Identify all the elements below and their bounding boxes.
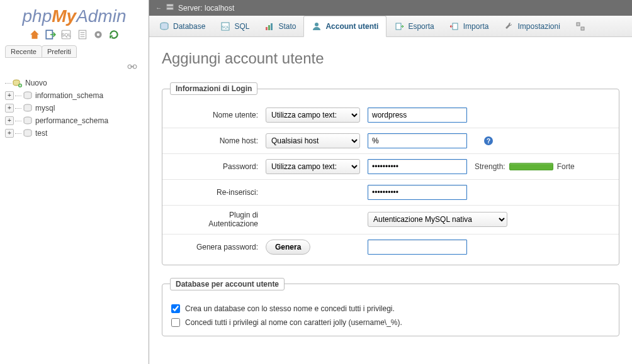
- doc-icon[interactable]: [77, 29, 88, 40]
- tree-item-label: mysql: [35, 104, 55, 113]
- server-label[interactable]: Server: localhost: [178, 4, 234, 13]
- tree-item-db[interactable]: + mysql: [5, 102, 149, 114]
- nav-icons: SQL: [0, 28, 149, 44]
- users-icon: [312, 21, 322, 31]
- db-icon: [23, 103, 33, 113]
- exit-icon[interactable]: [45, 29, 56, 40]
- row-password: Password: Utilizza campo text: Strength:…: [162, 154, 619, 180]
- row-retype: Re-inserisci:: [162, 180, 619, 206]
- generated-password-input[interactable]: [368, 240, 467, 255]
- row-auth-plugin: Plugin di Autenticazione Autenticazione …: [162, 206, 619, 234]
- password-input[interactable]: [368, 159, 467, 174]
- svg-rect-20: [167, 4, 174, 7]
- host-input[interactable]: [368, 133, 467, 148]
- logo: phpMyAdmin: [0, 3, 149, 28]
- home-icon[interactable]: [29, 29, 40, 40]
- db-legend: Database per account utente: [170, 278, 285, 290]
- server-icon: [166, 3, 174, 13]
- svg-rect-27: [271, 23, 273, 30]
- row-generate: Genera password: Genera: [162, 234, 619, 260]
- tree-item-label: performance_schema: [35, 116, 108, 125]
- tab-label: SQL: [234, 22, 249, 31]
- db-icon: [23, 91, 33, 101]
- tab-label: Database: [173, 22, 205, 31]
- help-icon[interactable]: ?: [483, 136, 494, 146]
- expand-icon[interactable]: +: [5, 91, 14, 100]
- tree-item-label: Nuovo: [25, 79, 47, 87]
- check-samedb-label: Crea un database con lo stesso nome e co…: [185, 304, 395, 313]
- svg-point-8: [97, 33, 100, 36]
- logo-my: My: [52, 6, 76, 26]
- password-strength: Strength: Forte: [475, 162, 575, 171]
- check-wildcard-row[interactable]: Concedi tutti i privilegi al nome con ca…: [171, 316, 610, 329]
- expand-icon[interactable]: +: [5, 129, 14, 138]
- export-icon: [394, 21, 404, 31]
- db-fieldset: Database per account utente Crea un data…: [162, 278, 619, 336]
- tab-export[interactable]: Esporta: [387, 16, 441, 36]
- username-mode-select[interactable]: Utilizza campo text:: [266, 108, 360, 123]
- svg-rect-31: [577, 23, 580, 26]
- breadcrumb-arrow-icon: ←: [155, 4, 162, 11]
- svg-point-28: [315, 23, 319, 26]
- check-wildcard-label: Concedi tutti i privilegi al nome con ca…: [185, 318, 402, 327]
- gear-icon[interactable]: [93, 29, 104, 40]
- import-icon: [449, 21, 460, 31]
- svg-rect-25: [266, 27, 268, 30]
- retype-input[interactable]: [368, 185, 467, 200]
- server-bar: ← Server: localhost: [149, 0, 632, 16]
- check-samedb-row[interactable]: Crea un database con lo stesso nome e co…: [171, 302, 610, 316]
- login-fieldset: Informazioni di Login Nome utente: Utili…: [162, 82, 619, 265]
- host-label: Nome host:: [171, 136, 258, 145]
- password-mode-select[interactable]: Utilizza campo text:: [266, 159, 360, 174]
- sql-icon: SQL: [220, 21, 230, 31]
- tree-item-db[interactable]: + information_schema: [5, 89, 149, 102]
- check-samedb[interactable]: [171, 304, 180, 313]
- logo-php: php: [23, 6, 52, 26]
- tab-import[interactable]: Importa: [442, 16, 497, 36]
- tab-database[interactable]: Database: [152, 16, 213, 36]
- db-tree: Nuovo + information_schema + mysql + per…: [0, 74, 149, 140]
- replication-icon: [575, 21, 585, 31]
- generate-label: Genera password:: [171, 243, 258, 251]
- tab-more[interactable]: [568, 16, 588, 36]
- topnav: Database SQL SQL Stato Account utenti Es…: [149, 16, 632, 37]
- db-checks: Crea un database con lo stesso nome e co…: [162, 298, 619, 331]
- tree-item-new[interactable]: Nuovo: [5, 77, 149, 89]
- status-icon: [264, 21, 274, 31]
- link-icon[interactable]: [127, 62, 137, 70]
- strength-text: Forte: [557, 162, 575, 171]
- tab-users[interactable]: Account utenti: [303, 16, 387, 37]
- strength-bar: [509, 163, 553, 170]
- auth-plugin-select[interactable]: Autenticazione MySQL nativa: [368, 212, 507, 227]
- check-wildcard[interactable]: [171, 318, 180, 327]
- svg-rect-21: [167, 8, 174, 10]
- tab-sql[interactable]: SQL SQL: [213, 16, 257, 36]
- database-icon: [159, 21, 169, 31]
- expand-icon[interactable]: +: [5, 104, 14, 113]
- sidebar: phpMyAdmin SQL RecentePreferiti Nuovo +: [0, 0, 149, 364]
- svg-rect-30: [453, 23, 458, 30]
- content: Aggiungi account utente Informazioni di …: [149, 37, 632, 364]
- collapse-link-row: [0, 60, 149, 74]
- svg-text:SQL: SQL: [222, 25, 230, 29]
- host-mode-select[interactable]: Qualsiasi host: [266, 133, 360, 148]
- row-host: Nome host: Qualsiasi host ?: [162, 128, 619, 154]
- tree-item-db[interactable]: + performance_schema: [5, 114, 149, 127]
- sidebar-tab-recent[interactable]: Recente: [5, 45, 42, 58]
- generate-button[interactable]: Genera: [266, 240, 310, 255]
- tab-label: Esporta: [408, 22, 434, 31]
- expand-icon[interactable]: +: [5, 116, 14, 125]
- refresh-icon[interactable]: [108, 29, 120, 40]
- tab-label: Importa: [463, 22, 489, 31]
- tab-settings[interactable]: Impostazioni: [496, 16, 567, 36]
- tree-item-db[interactable]: + test: [5, 127, 149, 140]
- row-username: Nome utente: Utilizza campo text:: [162, 102, 619, 128]
- db-icon: [23, 116, 33, 126]
- sidebar-tab-favorites[interactable]: Preferiti: [42, 45, 77, 58]
- username-input[interactable]: [368, 108, 467, 123]
- tab-label: Impostazioni: [517, 22, 560, 31]
- svg-rect-29: [396, 23, 401, 30]
- strength-label: Strength:: [475, 162, 505, 171]
- tab-status[interactable]: Stato: [257, 16, 303, 36]
- sql-icon[interactable]: SQL: [60, 29, 72, 40]
